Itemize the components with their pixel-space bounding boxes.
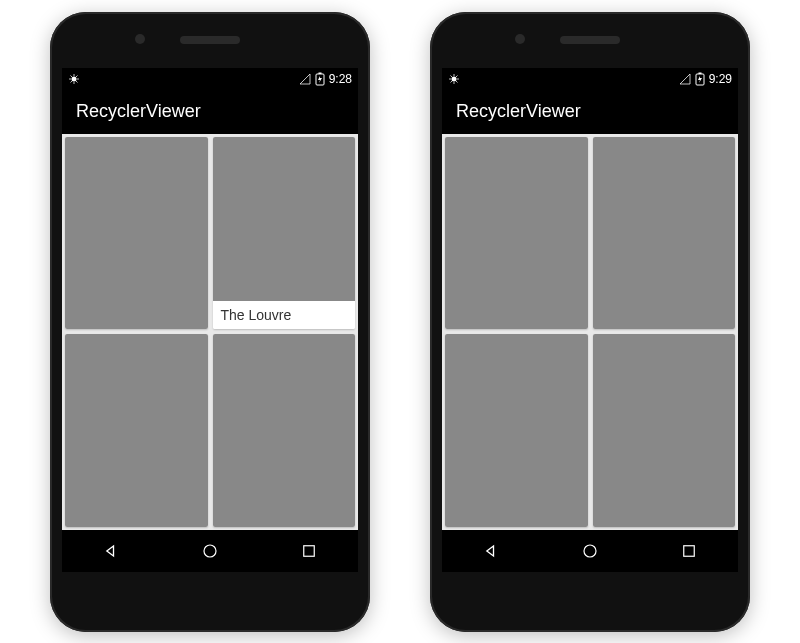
card-eiffel[interactable]	[65, 334, 208, 527]
photo-thumbnail	[593, 334, 736, 527]
debug-icon	[68, 73, 80, 85]
navigation-bar	[442, 530, 738, 572]
screen: 9:28 RecyclerViewer The Louvre	[62, 68, 358, 572]
svg-rect-9	[683, 545, 694, 556]
app-bar: RecyclerViewer	[62, 90, 358, 134]
signal-icon	[299, 73, 311, 85]
photo-thumbnail	[65, 334, 208, 527]
battery-charging-icon	[695, 72, 705, 86]
status-time: 9:28	[329, 72, 352, 86]
card-building[interactable]	[593, 137, 736, 330]
photo-thumbnail	[213, 137, 356, 302]
nav-recents-button[interactable]	[671, 533, 707, 569]
app-bar: RecyclerViewer	[442, 90, 738, 134]
svg-point-0	[72, 76, 77, 81]
nav-home-button[interactable]	[192, 533, 228, 569]
svg-rect-2	[318, 72, 321, 74]
card-guards[interactable]	[65, 137, 208, 330]
status-bar: 9:29	[442, 68, 738, 90]
recycler-grid[interactable]	[442, 134, 738, 530]
card-caption: The Louvre	[213, 301, 356, 329]
svg-point-3	[204, 545, 216, 557]
app-title: RecyclerViewer	[76, 101, 201, 122]
nav-recents-button[interactable]	[291, 533, 327, 569]
recycler-grid[interactable]: The Louvre	[62, 134, 358, 530]
battery-charging-icon	[315, 72, 325, 86]
photo-thumbnail	[65, 137, 208, 330]
device-frame-left: 9:28 RecyclerViewer The Louvre	[50, 12, 370, 632]
card-phones[interactable]	[213, 334, 356, 527]
signal-icon	[679, 73, 691, 85]
photo-thumbnail	[445, 334, 588, 527]
app-title: RecyclerViewer	[456, 101, 581, 122]
card-bridge[interactable]	[445, 334, 588, 527]
status-time: 9:29	[709, 72, 732, 86]
svg-point-5	[452, 76, 457, 81]
svg-rect-4	[303, 545, 314, 556]
debug-icon	[448, 73, 460, 85]
device-frame-right: 9:29 RecyclerViewer	[430, 12, 750, 632]
nav-home-button[interactable]	[572, 533, 608, 569]
card-flags[interactable]	[445, 137, 588, 330]
navigation-bar	[62, 530, 358, 572]
nav-back-button[interactable]	[93, 533, 129, 569]
status-bar: 9:28	[62, 68, 358, 90]
photo-thumbnail	[213, 334, 356, 527]
nav-back-button[interactable]	[473, 533, 509, 569]
svg-rect-7	[698, 72, 701, 74]
card-castle[interactable]	[593, 334, 736, 527]
svg-point-8	[584, 545, 596, 557]
card-louvre[interactable]: The Louvre	[213, 137, 356, 330]
photo-thumbnail	[445, 137, 588, 330]
photo-thumbnail	[593, 137, 736, 330]
screen: 9:29 RecyclerViewer	[442, 68, 738, 572]
